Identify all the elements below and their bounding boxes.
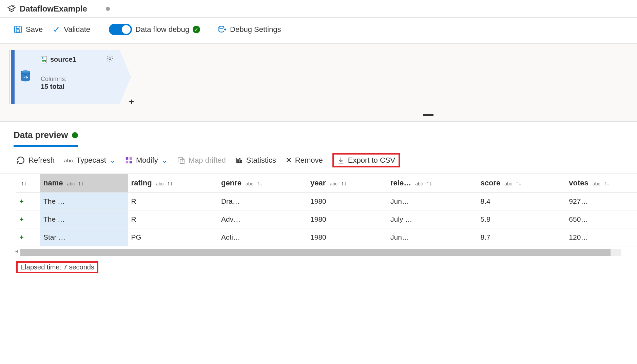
gear-icon[interactable]: [106, 55, 114, 62]
modify-label: Modify: [136, 156, 158, 165]
svg-rect-16: [239, 159, 240, 163]
chevron-down-icon: ⌄: [110, 156, 116, 165]
modify-button[interactable]: Modify ⌄: [125, 156, 168, 165]
statistics-icon: [235, 157, 243, 164]
svg-rect-17: [240, 161, 242, 163]
checkmark-icon: ✓: [53, 24, 60, 35]
table-row[interactable]: +Star …PGActi…1980Jun…8.7120…: [16, 228, 637, 246]
tab-data-preview[interactable]: Data preview: [14, 130, 78, 147]
svg-point-9: [109, 58, 111, 60]
csv-file-icon: csv: [41, 56, 47, 63]
map-drifted-icon: [177, 156, 185, 164]
debug-settings-label: Debug Settings: [230, 25, 281, 34]
preview-tabbar: Data preview: [0, 122, 637, 147]
svg-rect-10: [126, 157, 128, 160]
cell-votes: 650…: [565, 210, 637, 228]
main-toolbar: Save ✓ Validate Data flow debug ✓ Debug …: [0, 18, 637, 44]
remove-icon: ✕: [286, 156, 292, 165]
map-drifted-label: Map drifted: [189, 156, 226, 165]
node-title: source1: [50, 56, 76, 63]
refresh-button[interactable]: Refresh: [16, 156, 55, 165]
debug-toggle-group: Data flow debug ✓: [100, 24, 200, 35]
cell-score: 5.8: [477, 210, 565, 228]
resize-handle[interactable]: [423, 114, 433, 116]
status-green-icon: [72, 132, 78, 138]
preview-table: ↑↓ name abc ↑↓ rating abc ↑↓ genre abc ↑…: [16, 174, 637, 246]
page-title: DataflowExample: [20, 4, 87, 14]
source-node[interactable]: csv source1 Columns: 15 total: [9, 50, 628, 104]
database-icon: [20, 70, 31, 84]
unsaved-indicator-icon: [106, 7, 110, 11]
cell-genre: Adv…: [218, 210, 307, 228]
debug-settings-button[interactable]: Debug Settings: [218, 25, 281, 34]
save-button[interactable]: Save: [14, 25, 43, 34]
svg-rect-11: [130, 157, 132, 160]
cell-votes: 120…: [565, 228, 637, 246]
cell-rating: PG: [128, 228, 218, 246]
expand-row-icon[interactable]: +: [20, 198, 24, 205]
modify-icon: [125, 157, 133, 164]
debug-toggle[interactable]: [109, 24, 132, 35]
column-header[interactable]: rele… abc ↑↓: [387, 174, 477, 193]
column-header[interactable]: genre abc ↑↓: [218, 174, 307, 193]
expand-row-icon[interactable]: +: [20, 216, 24, 223]
node-columns-label: Columns:: [41, 76, 124, 83]
cell-release: Jun…: [387, 228, 477, 246]
export-csv-label: Export to CSV: [348, 156, 395, 165]
cell-name: Star …: [40, 228, 128, 246]
cell-rating: R: [128, 210, 218, 228]
typecast-button[interactable]: abc Typecast ⌄: [64, 156, 116, 165]
svg-rect-8: [42, 57, 43, 59]
dataflow-icon: [7, 4, 16, 14]
column-header[interactable]: rating abc ↑↓: [128, 174, 218, 193]
tab-label: Data preview: [14, 130, 68, 140]
validate-label: Validate: [64, 25, 90, 34]
svg-rect-15: [237, 160, 238, 163]
statistics-button[interactable]: Statistics: [235, 156, 276, 165]
cell-genre: Dra…: [218, 193, 307, 210]
table-row[interactable]: +The …RDra…1980Jun…8.4927…: [16, 193, 637, 210]
column-header[interactable]: year abc ↑↓: [307, 174, 387, 193]
cell-votes: 927…: [565, 193, 637, 210]
remove-label: Remove: [295, 156, 323, 165]
statistics-label: Statistics: [246, 156, 276, 165]
export-csv-button[interactable]: Export to CSV: [332, 153, 400, 167]
breadcrumb-rest: [117, 0, 630, 17]
validate-button[interactable]: ✓ Validate: [53, 24, 90, 35]
dataflow-canvas[interactable]: csv source1 Columns: 15 total +: [0, 44, 637, 122]
svg-rect-1: [16, 30, 20, 32]
map-drifted-button: Map drifted: [177, 156, 226, 165]
cell-rating: R: [128, 193, 218, 210]
status-ok-icon: ✓: [193, 26, 200, 33]
chevron-down-icon: ⌄: [161, 156, 168, 165]
column-header[interactable]: name abc ↑↓: [40, 174, 128, 193]
refresh-icon: [16, 156, 25, 165]
title-bar: DataflowExample: [0, 0, 637, 18]
svg-rect-12: [126, 161, 128, 163]
cell-score: 8.7: [477, 228, 565, 246]
table-row[interactable]: +The …RAdv…1980July …5.8650…: [16, 210, 637, 228]
cell-release: Jun…: [387, 193, 477, 210]
cell-name: The …: [40, 210, 128, 228]
node-columns-value: 15 total: [41, 83, 124, 90]
add-node-button[interactable]: +: [129, 97, 134, 107]
svg-text:csv: csv: [42, 60, 45, 62]
elapsed-time: Elapsed time: 7 seconds: [16, 261, 98, 273]
svg-rect-13: [130, 161, 132, 163]
cell-release: July …: [387, 210, 477, 228]
abc-icon: abc: [64, 158, 73, 163]
preview-toolbar: Refresh abc Typecast ⌄ Modify ⌄ Map drif…: [0, 147, 637, 174]
cell-genre: Acti…: [218, 228, 307, 246]
save-label: Save: [26, 25, 43, 34]
horizontal-scrollbar[interactable]: [20, 249, 621, 256]
row-sort-header[interactable]: ↑↓: [16, 174, 40, 193]
debug-label: Data flow debug: [135, 25, 189, 34]
column-header[interactable]: votes abc ↑↓: [565, 174, 637, 193]
svg-point-2: [219, 26, 224, 28]
expand-row-icon[interactable]: +: [20, 234, 24, 241]
settings-export-icon: [218, 25, 227, 34]
table-header-row: ↑↓ name abc ↑↓ rating abc ↑↓ genre abc ↑…: [16, 174, 637, 193]
remove-button[interactable]: ✕ Remove: [286, 156, 323, 165]
typecast-label: Typecast: [76, 156, 106, 165]
column-header[interactable]: score abc ↑↓: [477, 174, 565, 193]
